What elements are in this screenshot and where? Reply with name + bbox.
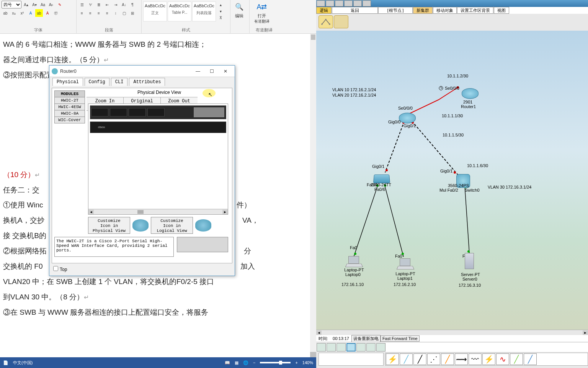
dialog-titlebar[interactable]: Router0 — ☐ ✕: [49, 66, 235, 77]
view-read-icon[interactable]: 📖: [225, 360, 230, 365]
style-up-btn[interactable]: ▴: [217, 2, 224, 8]
btn-root[interactable]: [根节点]: [378, 7, 413, 14]
pt-tool-3[interactable]: [335, 0, 343, 7]
device-router1[interactable]: [462, 88, 479, 99]
btn-view[interactable]: 视图: [494, 7, 509, 14]
module-preview-image[interactable]: [177, 237, 228, 252]
close-button[interactable]: ✕: [219, 66, 232, 77]
cat-end-devices[interactable]: [366, 343, 376, 352]
conn-serial-dce[interactable]: ⚡: [482, 353, 495, 365]
device-hscroll[interactable]: ◄ ►: [88, 209, 228, 214]
fast-forward-btn[interactable]: Fast Forward Time: [381, 335, 420, 342]
pt-hscroll-right[interactable]: ►: [583, 330, 588, 335]
physical-device-viewport[interactable]: cisco ◄ ►: [88, 104, 228, 215]
sort-btn[interactable]: A↓: [120, 1, 128, 8]
pt-tool-2[interactable]: [326, 0, 334, 7]
zoom-out-btn[interactable]: −: [253, 360, 255, 365]
clear-format-btn[interactable]: Aⱶ: [47, 1, 55, 8]
cat-connections[interactable]: [356, 343, 366, 352]
top-checkbox-label[interactable]: Top: [53, 267, 67, 272]
device-subcategory[interactable]: [318, 353, 384, 366]
tab-physical[interactable]: Physical: [52, 78, 83, 86]
show-marks-btn[interactable]: ¶: [129, 1, 136, 8]
shading-btn[interactable]: ▢: [120, 9, 128, 17]
strike-btn[interactable]: ab: [2, 9, 9, 17]
pt-topology-canvas[interactable]: VLAN 10 172.16.2.1/24 VLAN 20 172.16.2.1…: [316, 31, 588, 330]
phonetic-btn[interactable]: ✎: [56, 1, 64, 8]
btn-back[interactable]: 返回: [332, 7, 378, 14]
hscroll-left[interactable]: ◄: [88, 210, 94, 214]
word-vscroll-down[interactable]: [310, 352, 316, 357]
module-hwic-8a[interactable]: HWIC-8A: [54, 110, 85, 117]
cat-routers[interactable]: [317, 343, 326, 352]
conn-fiber[interactable]: ╱: [441, 353, 454, 365]
conn-phone[interactable]: ⟿: [455, 353, 468, 365]
edit-btn[interactable]: 🔍 编辑: [232, 2, 247, 28]
view-web-icon[interactable]: 🌐: [243, 360, 248, 365]
enclose-btn[interactable]: ㊥: [52, 9, 60, 17]
router-rear-view[interactable]: cisco: [90, 105, 226, 133]
pt-canvas-hscroll[interactable]: ◄ ►: [316, 330, 588, 335]
cat-wireless[interactable]: [346, 343, 356, 352]
conn-serial-dte[interactable]: ∿: [496, 353, 509, 365]
superscript-btn[interactable]: x²: [18, 9, 26, 17]
hscroll-right[interactable]: ►: [222, 210, 228, 214]
pt-tool-5[interactable]: [353, 0, 362, 7]
tab-cli[interactable]: CLI: [111, 78, 128, 86]
cluster-nav-icon[interactable]: [318, 15, 333, 28]
zoom-in-btn[interactable]: +: [295, 360, 297, 365]
conn-crossover[interactable]: ⋰: [427, 353, 440, 365]
btn-workspace-bg[interactable]: 设置工作区背景: [457, 7, 493, 14]
pt-tool-6[interactable]: [363, 0, 371, 7]
youdao-open-btn[interactable]: A⇄ 打开 有道翻译: [251, 2, 273, 28]
highlight-btn[interactable]: ab: [35, 9, 43, 17]
grow-font-btn[interactable]: A▴: [22, 1, 30, 8]
indent-dec-btn[interactable]: ⇤: [103, 1, 111, 8]
conn-octal[interactable]: ╱: [510, 353, 523, 365]
numbering-btn[interactable]: ⅟: [87, 1, 94, 8]
conn-straight[interactable]: ╱: [413, 353, 426, 365]
zoom-value[interactable]: 140%: [302, 360, 313, 365]
style-table[interactable]: AaBbCcDc Table P...: [168, 2, 191, 21]
conn-usb[interactable]: ╱: [524, 353, 537, 365]
cat-switches[interactable]: [327, 343, 336, 352]
align-right-btn[interactable]: ≡: [95, 9, 103, 17]
change-case-btn[interactable]: Aa: [39, 1, 47, 8]
module-hwic-4esw[interactable]: HWIC-4ESW: [54, 104, 85, 110]
cat-hubs[interactable]: [336, 343, 346, 352]
indent-inc-btn[interactable]: ⇥: [112, 1, 119, 8]
zoom-slider[interactable]: [260, 362, 291, 363]
align-center-btn[interactable]: ≡: [87, 9, 94, 17]
cat-security[interactable]: [376, 343, 385, 352]
word-vscroll-thumb[interactable]: [311, 34, 315, 40]
device-server0[interactable]: [465, 253, 474, 269]
subscript-btn[interactable]: x₂: [10, 9, 18, 17]
align-left-btn[interactable]: ≡: [78, 9, 86, 17]
minimize-button[interactable]: —: [191, 66, 205, 77]
font-color-btn[interactable]: A: [44, 9, 51, 17]
maximize-button[interactable]: ☐: [205, 66, 219, 77]
view-print-icon[interactable]: ▦: [235, 360, 238, 365]
tab-attributes[interactable]: Attributes: [129, 78, 165, 86]
customize-log-btn[interactable]: Customize Icon in Logical View: [151, 217, 193, 234]
power-cycle-btn[interactable]: 设备重新加电: [351, 335, 381, 342]
device-router0[interactable]: [399, 113, 416, 123]
borders-btn[interactable]: ⊞: [129, 9, 136, 17]
word-vscroll[interactable]: [310, 34, 316, 357]
tab-config[interactable]: Config: [85, 78, 109, 86]
pt-tool-4[interactable]: [344, 0, 353, 7]
tab-logical[interactable]: 逻辑: [316, 7, 332, 14]
pt-tool-1[interactable]: [317, 0, 325, 7]
status-lang[interactable]: 中文(中国): [13, 360, 33, 366]
module-hwic-2t[interactable]: HWIC-2T: [54, 97, 85, 104]
style-more-btn[interactable]: ⊼: [217, 15, 224, 21]
line-spacing-btn[interactable]: ↕: [112, 9, 119, 17]
customize-phys-btn[interactable]: Customize Icon in Physical View: [88, 217, 130, 234]
top-checkbox[interactable]: [53, 266, 58, 271]
shrink-font-btn[interactable]: A▾: [31, 1, 38, 8]
device-switch[interactable]: [374, 174, 390, 183]
conn-console[interactable]: ╱: [400, 353, 413, 365]
hscroll-thumb[interactable]: [137, 210, 144, 214]
bullets-btn[interactable]: ☰: [78, 1, 86, 8]
cluster-root-icon[interactable]: [334, 15, 348, 28]
